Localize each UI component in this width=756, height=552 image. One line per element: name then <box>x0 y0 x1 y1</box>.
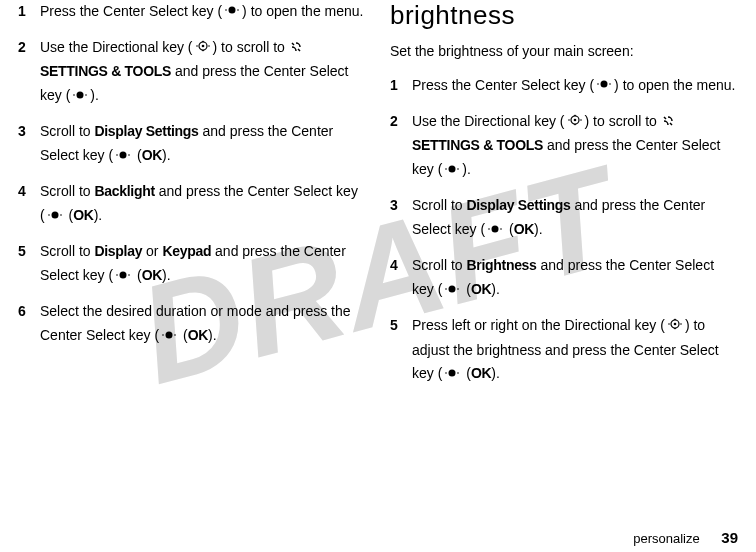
text: Use the Directional key ( <box>40 39 193 55</box>
center-select-icon <box>223 0 241 24</box>
step-number: 4 <box>390 254 412 302</box>
center-select-icon <box>443 363 461 387</box>
svg-point-14 <box>128 154 130 156</box>
center-select-icon <box>443 159 461 183</box>
svg-point-50 <box>458 372 460 374</box>
svg-point-43 <box>674 322 677 325</box>
menu-label: Brightness <box>466 257 536 273</box>
svg-point-23 <box>174 334 176 336</box>
page-content: 1 Press the Center Select key () to open… <box>0 0 756 500</box>
list-item: 1 Press the Center Select key () to open… <box>390 74 738 98</box>
step-number: 3 <box>390 194 412 242</box>
step-number: 2 <box>390 110 412 182</box>
list-item: 5 Scroll to Display or Keypad and press … <box>18 240 366 288</box>
svg-point-40 <box>446 288 448 290</box>
svg-point-35 <box>458 168 460 170</box>
intro-text: Set the brightness of your main screen: <box>390 41 738 62</box>
svg-point-4 <box>201 44 204 47</box>
svg-point-5 <box>196 45 198 47</box>
svg-point-15 <box>51 211 58 218</box>
svg-point-9 <box>77 91 84 98</box>
text: Scroll to <box>40 243 94 259</box>
text: ( <box>462 365 471 381</box>
text: ( <box>65 207 74 223</box>
text: ( <box>179 327 188 343</box>
svg-point-18 <box>120 271 127 278</box>
text: ). <box>491 365 500 381</box>
svg-point-29 <box>568 119 570 121</box>
list-item: 3 Scroll to Display Settings and press t… <box>18 120 366 168</box>
center-select-icon <box>443 279 461 303</box>
text: ). <box>491 281 500 297</box>
svg-point-33 <box>449 165 456 172</box>
svg-point-0 <box>229 7 236 14</box>
step-text: Use the Directional key () to scroll to … <box>40 36 366 108</box>
menu-label: SETTINGS & TOOLS <box>40 63 171 79</box>
settings-tools-icon <box>662 111 674 135</box>
step-number: 1 <box>18 0 40 24</box>
list-item: 4 Scroll to Brightness and press the Cen… <box>390 254 738 302</box>
menu-label: Display Settings <box>94 123 198 139</box>
svg-point-1 <box>225 10 227 12</box>
svg-point-22 <box>162 334 164 336</box>
svg-point-45 <box>680 323 682 325</box>
text: ( <box>505 221 514 237</box>
svg-point-25 <box>597 84 599 86</box>
ok-label: OK <box>142 267 162 283</box>
svg-point-20 <box>128 274 130 276</box>
directional-key-icon <box>194 37 212 61</box>
text: ) to scroll to <box>585 113 661 129</box>
page-number: 39 <box>721 529 738 546</box>
svg-marker-32 <box>573 124 576 126</box>
svg-point-10 <box>74 94 76 96</box>
svg-point-16 <box>48 214 50 216</box>
text: Scroll to <box>40 123 94 139</box>
svg-point-39 <box>449 285 456 292</box>
list-item: 3 Scroll to Display Settings and press t… <box>390 194 738 242</box>
svg-point-38 <box>500 228 502 230</box>
list-item: 4 Scroll to Backlight and press the Cent… <box>18 180 366 228</box>
step-number: 2 <box>18 36 40 108</box>
step-text: Scroll to Display Settings and press the… <box>412 194 738 242</box>
page-footer: personalize 39 <box>633 529 738 546</box>
text: ). <box>462 161 471 177</box>
svg-point-28 <box>573 118 576 121</box>
ok-label: OK <box>142 147 162 163</box>
svg-marker-7 <box>201 40 204 42</box>
text: ). <box>534 221 543 237</box>
svg-marker-31 <box>573 114 576 116</box>
text: or <box>142 243 162 259</box>
text: ) to open the menu. <box>242 3 363 19</box>
section-heading: brightness <box>390 0 738 31</box>
text: Press the Center Select key ( <box>412 77 594 93</box>
menu-label: Display <box>94 243 142 259</box>
svg-point-36 <box>492 225 499 232</box>
center-select-icon <box>114 265 132 289</box>
center-select-icon <box>46 205 64 229</box>
svg-marker-46 <box>673 318 676 320</box>
text: Use the Directional key ( <box>412 113 565 129</box>
text: ). <box>94 207 103 223</box>
ok-label: OK <box>73 207 93 223</box>
section-name: personalize <box>633 531 700 546</box>
list-item: 1 Press the Center Select key () to open… <box>18 0 366 24</box>
text: Scroll to <box>412 197 466 213</box>
svg-point-37 <box>488 228 490 230</box>
svg-point-26 <box>609 84 611 86</box>
ok-label: OK <box>471 365 491 381</box>
text: Press left or right on the Directional k… <box>412 317 665 333</box>
step-text: Press the Center Select key () to open t… <box>412 74 738 98</box>
list-item: 2 Use the Directional key () to scroll t… <box>390 110 738 182</box>
svg-marker-47 <box>673 328 676 330</box>
step-text: Scroll to Backlight and press the Center… <box>40 180 366 228</box>
ok-label: OK <box>471 281 491 297</box>
settings-tools-icon <box>290 37 302 61</box>
svg-point-21 <box>166 331 173 338</box>
text: ). <box>162 267 171 283</box>
step-text: Scroll to Brightness and press the Cente… <box>412 254 738 302</box>
list-item: 2 Use the Directional key () to scroll t… <box>18 36 366 108</box>
step-number: 4 <box>18 180 40 228</box>
svg-point-11 <box>86 94 88 96</box>
svg-point-41 <box>458 288 460 290</box>
step-number: 5 <box>390 314 412 386</box>
